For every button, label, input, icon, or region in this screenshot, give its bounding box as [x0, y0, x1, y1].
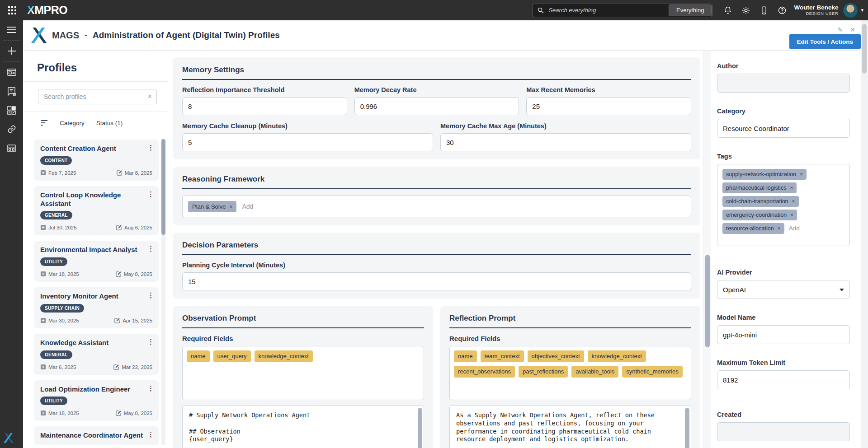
profile-tag[interactable]: emergency-coordination×: [722, 210, 797, 220]
modified-icon: [114, 317, 120, 323]
widgets-icon[interactable]: [0, 101, 23, 120]
remove-tag-icon[interactable]: ×: [790, 212, 793, 218]
max-recent-memories-input[interactable]: [526, 97, 691, 115]
add-framework-label[interactable]: Add: [242, 203, 253, 210]
kebab-menu-icon[interactable]: ⋮: [147, 144, 154, 152]
edit-pencil-icon[interactable]: ✎: [838, 26, 843, 33]
observation-prompt-editor[interactable]: # Supply Network Operations Agent ## Obs…: [182, 406, 424, 448]
created-input[interactable]: [717, 422, 850, 441]
created-date: Jul 30, 2025: [40, 224, 77, 230]
filter-category[interactable]: Category: [60, 120, 85, 126]
planning-cycle-interval-input[interactable]: [182, 272, 691, 290]
user-menu[interactable]: Wouter Beneke DESIGN USER: [794, 5, 838, 16]
search-scope-button[interactable]: Everything: [669, 5, 712, 16]
profile-card[interactable]: ⋮Inventory Monitor AgentSUPPLY CHAINMar …: [34, 287, 159, 328]
app-name: MAGS: [52, 30, 79, 41]
field-label: Planning Cycle Interval (Minutes): [182, 261, 691, 269]
created-icon: [40, 410, 46, 416]
profiles-heading: Profiles: [37, 61, 168, 74]
profiles-scrollbar[interactable]: [161, 139, 165, 445]
close-icon[interactable]: ✕: [850, 26, 855, 33]
scrollbar-thumb[interactable]: [705, 255, 710, 347]
profile-card[interactable]: ⋮Control Loop Knowledge AssistantGENERAL…: [34, 186, 159, 236]
remove-tag-icon[interactable]: ×: [790, 185, 793, 191]
remove-tag-icon[interactable]: ×: [792, 198, 795, 205]
apps-grid-icon[interactable]: [5, 3, 20, 18]
forms-icon[interactable]: [0, 82, 23, 101]
reflection-importance-threshold-input[interactable]: [182, 97, 347, 115]
reflection-prompt-editor[interactable]: As a Supply Network Operations Agent, re…: [449, 406, 691, 448]
max-token-limit-input[interactable]: [717, 370, 850, 389]
search-profiles-input[interactable]: [38, 89, 157, 104]
profile-name: Control Loop Knowledge Assistant: [40, 191, 152, 208]
notifications-bell-icon[interactable]: [719, 1, 737, 19]
profile-card[interactable]: ⋮Environmental Impact AnalystUTILITYMar …: [34, 241, 159, 282]
add-tag-label[interactable]: Add: [789, 225, 800, 232]
kebab-menu-icon[interactable]: ⋮: [147, 430, 154, 439]
remove-tag-icon[interactable]: ×: [229, 204, 232, 210]
memory-cache-max-age-input[interactable]: [440, 133, 691, 151]
textarea-scrollbar[interactable]: [685, 408, 689, 448]
global-search-input[interactable]: [548, 7, 668, 14]
modified-date: Aug 6, 2025: [116, 224, 152, 230]
add-icon[interactable]: [0, 42, 23, 61]
modified-icon: [116, 271, 122, 277]
profile-tag[interactable]: pharmaceutical-logistics×: [722, 182, 797, 193]
section-title: Decision Parameters: [182, 241, 691, 255]
reasoning-tag-input[interactable]: Plan & Solve×Add: [182, 196, 691, 217]
kebab-menu-icon[interactable]: ⋮: [147, 245, 154, 253]
edit-tools-actions-button[interactable]: Edit Tools / Actions: [789, 34, 861, 49]
profile-tag[interactable]: cold-chain-transportation×: [722, 196, 799, 207]
model-name-input[interactable]: [717, 325, 850, 344]
scrollbar-thumb[interactable]: [161, 139, 165, 235]
menu-hamburger-icon[interactable]: [0, 20, 23, 39]
page-scrollbar[interactable]: [861, 20, 868, 448]
link-icon[interactable]: [0, 120, 23, 139]
profile-card[interactable]: ⋮Maintenance Coordinator Agent: [34, 426, 159, 445]
profile-dates: Jul 30, 2025Aug 6, 2025: [40, 224, 152, 230]
section-title: Memory Settings: [182, 65, 691, 80]
profile-card[interactable]: ⋮Knowledge AssistantGENERALMar 6, 2025Ma…: [34, 334, 159, 375]
kebab-menu-icon[interactable]: ⋮: [147, 384, 154, 392]
main-content-scrollbar[interactable]: [703, 51, 711, 448]
memory-decay-rate-input[interactable]: [354, 97, 519, 115]
xmpro-x-logo[interactable]: [4, 433, 14, 445]
user-caret-icon[interactable]: ▾: [861, 7, 863, 13]
created-label: Created: [717, 411, 850, 418]
profile-card[interactable]: ⋮Load Optimization EngineerUTILITYMar 18…: [34, 380, 159, 421]
scrollbar-thumb[interactable]: [418, 408, 422, 448]
profile-tag[interactable]: supply-network-optimization×: [722, 169, 807, 180]
author-input[interactable]: [717, 74, 850, 93]
profile-tag[interactable]: resource-allocation×: [722, 223, 784, 234]
textarea-scrollbar[interactable]: [418, 408, 422, 448]
framework-tag[interactable]: Plan & Solve×: [188, 201, 236, 212]
xmpro-logo[interactable]: XMPRO: [27, 4, 67, 17]
clear-search-icon[interactable]: ✕: [147, 93, 152, 100]
category-badge: UTILITY: [40, 397, 67, 405]
filter-icon[interactable]: [40, 120, 48, 126]
data-grid-icon[interactable]: [0, 139, 23, 158]
kebab-menu-icon[interactable]: ⋮: [147, 338, 154, 346]
profile-dates: Mar 6, 2025Mar 22, 2025: [40, 364, 152, 370]
scrollbar-thumb[interactable]: [685, 408, 689, 448]
remove-tag-icon[interactable]: ×: [778, 225, 781, 232]
category-label: Category: [717, 107, 850, 115]
avatar[interactable]: [843, 3, 858, 18]
ai-provider-select[interactable]: OpenAI: [717, 280, 850, 299]
memory-cache-cleanup-input[interactable]: [182, 133, 433, 151]
profile-card[interactable]: ⋮Content Creation AgentCONTENTFeb 7, 202…: [34, 140, 159, 181]
category-badge: GENERAL: [40, 211, 72, 219]
help-icon[interactable]: [773, 1, 791, 19]
pages-icon[interactable]: [0, 63, 23, 82]
remove-tag-icon[interactable]: ×: [800, 171, 803, 177]
filter-status[interactable]: Status (1): [96, 120, 123, 126]
mobile-device-icon[interactable]: [755, 1, 773, 19]
kebab-menu-icon[interactable]: ⋮: [147, 190, 154, 198]
created-date: Mar 18, 2025: [40, 410, 79, 416]
category-input[interactable]: [717, 119, 850, 138]
profile-tags-box[interactable]: supply-network-optimization×pharmaceutic…: [717, 164, 850, 246]
kebab-menu-icon[interactable]: ⋮: [147, 291, 154, 299]
settings-gear-icon[interactable]: [737, 1, 755, 19]
left-rail: [0, 20, 23, 448]
scrollbar-thumb[interactable]: [862, 24, 867, 74]
